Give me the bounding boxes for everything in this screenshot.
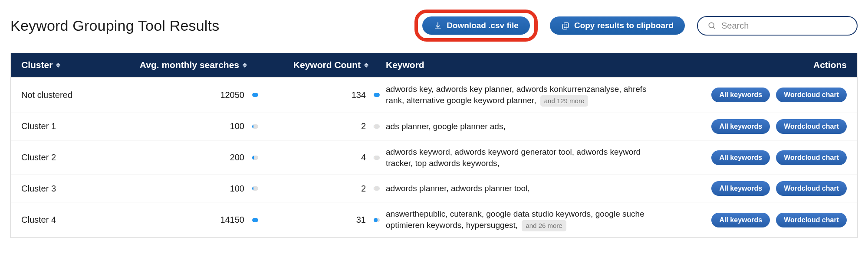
cell-cluster: Not clustered bbox=[21, 90, 134, 100]
svg-rect-0 bbox=[564, 23, 569, 28]
cell-keywords: ads planner, google planner ads, bbox=[386, 121, 655, 132]
search-box[interactable] bbox=[697, 16, 858, 36]
wordcloud-chart-button[interactable]: Wordcloud chart bbox=[776, 213, 847, 227]
table-row: Cluster 11002ads planner, google planner… bbox=[11, 113, 857, 140]
table-row: Cluster 31002adwords planner, adwords pl… bbox=[11, 175, 857, 202]
cell-cluster: Cluster 1 bbox=[21, 121, 134, 131]
col-cluster[interactable]: Cluster bbox=[21, 60, 134, 70]
cell-keyword-count: 31 bbox=[264, 215, 368, 225]
cell-actions: All keywordsWordcloud chart bbox=[655, 88, 847, 102]
col-actions: Actions bbox=[655, 60, 847, 70]
keyword-count-bar bbox=[374, 93, 380, 97]
cell-avg-searches: 12050 bbox=[134, 90, 247, 100]
keyword-count-bar bbox=[374, 124, 380, 129]
avg-searches-bar bbox=[252, 186, 258, 191]
more-chip[interactable]: and 26 more bbox=[522, 220, 566, 231]
wordcloud-chart-button[interactable]: Wordcloud chart bbox=[776, 150, 847, 165]
cell-keywords: adwords keyword, adwords keyword generat… bbox=[386, 146, 655, 169]
cell-cluster: Cluster 4 bbox=[21, 215, 134, 225]
keyword-count-bar bbox=[374, 186, 380, 191]
cell-actions: All keywordsWordcloud chart bbox=[655, 181, 847, 196]
table-row: Cluster 41415031answerthepublic, cuteran… bbox=[11, 202, 857, 237]
clipboard-icon bbox=[561, 21, 570, 30]
keyword-count-bar bbox=[374, 218, 380, 222]
search-icon bbox=[707, 21, 716, 30]
sort-icon bbox=[243, 63, 247, 68]
all-keywords-button[interactable]: All keywords bbox=[711, 119, 770, 134]
all-keywords-button[interactable]: All keywords bbox=[711, 150, 770, 165]
cell-cluster: Cluster 2 bbox=[21, 153, 134, 162]
copy-clipboard-label: Copy results to clipboard bbox=[574, 21, 674, 30]
cell-avg-searches: 100 bbox=[134, 121, 247, 131]
cell-avg-searches: 200 bbox=[134, 153, 247, 162]
cell-keywords: adwords planner, adwords planner tool, bbox=[386, 183, 655, 194]
table-header: Cluster Avg. monthly searches Keyword Co… bbox=[11, 53, 857, 77]
avg-searches-bar bbox=[252, 93, 258, 97]
avg-searches-bar bbox=[252, 156, 258, 160]
sort-icon bbox=[56, 63, 60, 68]
cell-keyword-count: 4 bbox=[264, 153, 368, 162]
all-keywords-button[interactable]: All keywords bbox=[711, 88, 770, 102]
wordcloud-chart-button[interactable]: Wordcloud chart bbox=[776, 181, 847, 196]
cell-cluster: Cluster 3 bbox=[21, 184, 134, 194]
all-keywords-button[interactable]: All keywords bbox=[711, 181, 770, 196]
wordcloud-chart-button[interactable]: Wordcloud chart bbox=[776, 119, 847, 134]
cell-avg-searches: 100 bbox=[134, 184, 247, 194]
avg-searches-bar bbox=[252, 218, 258, 222]
more-chip[interactable]: and 129 more bbox=[540, 95, 589, 107]
copy-clipboard-button[interactable]: Copy results to clipboard bbox=[550, 16, 685, 35]
cell-actions: All keywordsWordcloud chart bbox=[655, 150, 847, 165]
cell-keyword-count: 134 bbox=[264, 90, 368, 100]
sort-icon bbox=[364, 63, 368, 68]
cell-avg-searches: 14150 bbox=[134, 215, 247, 225]
download-highlight: Download .csv file bbox=[414, 10, 538, 42]
download-csv-button[interactable]: Download .csv file bbox=[422, 16, 530, 35]
cell-actions: All keywordsWordcloud chart bbox=[655, 119, 847, 134]
cell-actions: All keywordsWordcloud chart bbox=[655, 213, 847, 227]
download-csv-label: Download .csv file bbox=[447, 21, 519, 30]
svg-point-2 bbox=[709, 23, 714, 28]
col-keyword-count[interactable]: Keyword Count bbox=[264, 60, 368, 70]
cell-keyword-count: 2 bbox=[264, 121, 368, 131]
table-row: Not clustered12050134adwords key, adword… bbox=[11, 77, 857, 113]
download-icon bbox=[434, 21, 442, 30]
all-keywords-button[interactable]: All keywords bbox=[711, 213, 770, 227]
cell-keywords: answerthepublic, cuterank, google data s… bbox=[386, 208, 655, 231]
col-keyword: Keyword bbox=[386, 60, 655, 70]
page-title: Keyword Grouping Tool Results bbox=[10, 17, 219, 34]
page-header: Keyword Grouping Tool Results Download .… bbox=[10, 0, 858, 53]
table-row: Cluster 22004adwords keyword, adwords ke… bbox=[11, 140, 857, 175]
col-avg-searches[interactable]: Avg. monthly searches bbox=[134, 60, 247, 70]
results-table: Cluster Avg. monthly searches Keyword Co… bbox=[10, 53, 858, 238]
search-input[interactable] bbox=[720, 20, 847, 31]
cell-keywords: adwords key, adwords key planner, adword… bbox=[386, 84, 655, 107]
keyword-count-bar bbox=[374, 156, 380, 160]
svg-rect-1 bbox=[562, 24, 567, 29]
avg-searches-bar bbox=[252, 124, 258, 129]
wordcloud-chart-button[interactable]: Wordcloud chart bbox=[776, 88, 847, 102]
cell-keyword-count: 2 bbox=[264, 184, 368, 194]
